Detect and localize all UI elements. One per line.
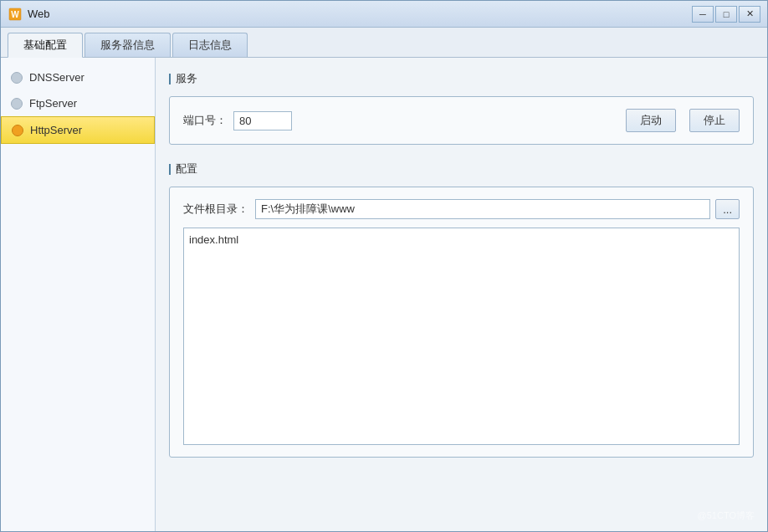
config-section: 配置 文件根目录： ... index.html <box>169 161 754 458</box>
service-section: 服务 端口号： 启动 停止 <box>169 71 754 145</box>
start-button[interactable]: 启动 <box>626 109 676 132</box>
maximize-button[interactable]: □ <box>715 6 737 23</box>
root-path-input[interactable] <box>255 199 710 219</box>
port-input[interactable] <box>233 111 292 130</box>
port-label: 端口号： <box>183 113 227 128</box>
service-section-title: 服务 <box>169 71 754 88</box>
config-section-title: 配置 <box>169 161 754 178</box>
window-title: Web <box>28 8 692 20</box>
main-window: W Web ─ □ ✕ 基础配置 服务器信息 日志信息 DNSServer Ft… <box>0 0 768 532</box>
service-section-box: 端口号： 启动 停止 <box>169 96 754 145</box>
close-button[interactable]: ✕ <box>739 6 760 23</box>
window-controls: ─ □ ✕ <box>692 6 760 23</box>
content-area: 服务 端口号： 启动 停止 配置 <box>156 58 767 531</box>
service-row: 端口号： 启动 停止 <box>183 109 740 132</box>
tab-basic[interactable]: 基础配置 <box>8 33 83 58</box>
tab-bar: 基础配置 服务器信息 日志信息 <box>1 28 767 58</box>
tab-log[interactable]: 日志信息 <box>172 33 248 57</box>
sidebar-item-http-label: HttpServer <box>30 124 82 136</box>
sidebar-item-http[interactable]: HttpServer <box>1 116 155 144</box>
http-status-dot <box>12 125 23 136</box>
file-list-item: index.html <box>189 233 734 246</box>
app-icon: W <box>8 7 23 22</box>
browse-button[interactable]: ... <box>715 199 740 219</box>
service-controls: 启动 停止 <box>619 109 740 132</box>
watermark: @51CTO博客 <box>698 509 755 522</box>
main-content: DNSServer FtpServer HttpServer 服务 端口号： <box>1 58 767 531</box>
title-bar: W Web ─ □ ✕ <box>1 1 767 28</box>
minimize-button[interactable]: ─ <box>692 6 714 23</box>
sidebar-item-ftp-label: FtpServer <box>29 97 77 110</box>
root-label: 文件根目录： <box>183 202 248 217</box>
file-list: index.html <box>183 228 740 445</box>
svg-text:W: W <box>11 10 19 19</box>
sidebar-item-ftp[interactable]: FtpServer <box>1 90 155 116</box>
stop-button[interactable]: 停止 <box>689 109 740 132</box>
tab-server[interactable]: 服务器信息 <box>84 33 171 57</box>
dns-status-dot <box>11 72 23 84</box>
config-section-box: 文件根目录： ... index.html <box>169 187 754 458</box>
sidebar: DNSServer FtpServer HttpServer <box>1 58 156 531</box>
sidebar-item-dns-label: DNSServer <box>29 71 84 84</box>
sidebar-item-dns[interactable]: DNSServer <box>1 64 155 90</box>
path-row: 文件根目录： ... <box>183 199 740 219</box>
ftp-status-dot <box>11 98 23 110</box>
